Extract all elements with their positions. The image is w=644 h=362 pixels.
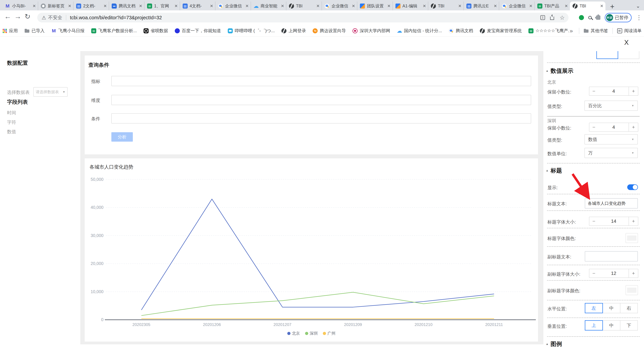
reload-button[interactable]: ↻ [22,12,32,21]
browser-menu-icon[interactable]: ⋮ [636,14,642,21]
minus-button[interactable]: − [589,269,599,278]
new-tab-button[interactable]: + [610,2,614,11]
bookmarks-overflow-icon[interactable]: » [570,27,573,34]
tab-0[interactable]: M小马BI-✕ [2,1,38,10]
condition-input[interactable] [111,113,531,123]
tab-close-icon[interactable]: ✕ [174,4,178,8]
v-position-top[interactable]: 上 [585,320,603,331]
tab-9[interactable]: 企业微信✕ [322,1,357,10]
bookmark-item-10[interactable]: ☁国内短信 - 统计分... [397,28,442,34]
minus-button[interactable]: − [589,87,599,96]
security-label[interactable]: 不安全 [48,14,62,21]
tab-6[interactable]: 企业微信✕ [215,1,251,10]
other-bookmarks-button[interactable]: 其他书签 [584,28,608,34]
tab-close-icon[interactable]: ✕ [210,4,213,8]
title-text-input[interactable]: 各城市人口变化趋势 [585,198,638,209]
back-button[interactable]: ← [3,12,13,20]
tab-close-icon[interactable]: ✕ [494,4,497,8]
tab-close-icon[interactable]: ✕ [32,4,36,8]
address-bar[interactable]: ⚠ 不安全 tcbi.woa.com/bi/editor?id=73&proje… [37,13,568,22]
close-editor-button[interactable]: X [624,39,629,46]
profile-chip[interactable]: 树豪 已暂停 [605,13,632,22]
tab-14[interactable]: 企业微信✕ [499,1,534,10]
tab-4[interactable]: 1、官网✕ [144,1,180,10]
bookmark-item-12[interactable]: 麦宝商家管理系统 [480,28,522,34]
tab-5[interactable]: 4文档-✕ [180,1,215,10]
tab-7[interactable]: ☁商业智能✕ [251,1,286,10]
metric-input[interactable] [111,76,531,86]
tab-close-icon[interactable]: ✕ [316,4,320,8]
evernote-extension-icon[interactable] [579,15,584,20]
reading-list-button[interactable]: 阅读清单 [617,28,642,34]
tab-close-icon[interactable]: ✕ [422,4,426,8]
tab-2[interactable]: 2文档-✕ [73,1,109,10]
tab-close-icon[interactable]: ✕ [458,4,462,8]
v-position-middle[interactable]: 中 [602,320,620,331]
tab-close-icon[interactable]: ✕ [529,4,532,8]
stepper-value[interactable]: 4 [598,87,629,96]
clipped-option-selected[interactable] [596,51,618,59]
value-type-select-beijing[interactable]: 百分比 ▼ [584,100,638,111]
tab-3[interactable]: 腾讯文档✕ [109,1,144,10]
bookmark-item-13[interactable]: ☆☆☆☆☆飞鹰产... [528,28,570,34]
show-title-toggle[interactable] [627,184,638,190]
subtitle-text-input[interactable] [585,251,638,261]
title-color-swatch[interactable] [626,233,638,243]
translate-icon[interactable]: 文 [540,15,545,20]
legend-item-北京[interactable]: 北京 [287,331,300,336]
h-position-left[interactable]: 左 [585,303,603,313]
tab-16[interactable]: TBI✕ [570,1,606,10]
tab-close-icon[interactable]: ✕ [139,4,142,8]
tab-15[interactable]: TBI产品✕ [534,1,570,10]
tab-close-icon[interactable]: ✕ [564,4,568,8]
tab-11[interactable]: A1-编辑✕ [392,1,428,10]
tab-close-icon[interactable]: ✕ [352,4,355,8]
unit-select[interactable]: 万 ▼ [584,148,638,158]
stepper-value[interactable]: 14 [598,217,629,226]
field-item-number[interactable]: 数值 [7,129,16,135]
legend-item-广州[interactable]: 广州 [323,331,336,336]
tab-close-icon[interactable]: ✕ [387,4,390,8]
tab-10[interactable]: 团队设置✕ [357,1,392,10]
bookmark-item-9[interactable]: 深圳大学内部网 [352,28,390,34]
tab-8[interactable]: TBI✕ [286,1,322,10]
plus-button[interactable]: + [628,269,638,278]
tab-13[interactable]: 腾讯云E✕ [464,1,499,10]
bookmark-item-6[interactable]: 哔哩哔哩 (゜-゜)つ... [228,28,275,34]
bookmark-item-3[interactable]: 飞鹰客户数据分析... [91,28,137,34]
subtitle-color-swatch[interactable] [626,285,638,295]
tab-12[interactable]: TBI✕ [428,1,464,10]
bookmark-item-5[interactable]: 百度一下，你就知道 [175,28,221,34]
v-position-bottom[interactable]: 下 [620,320,638,331]
stepper-value[interactable]: 4 [598,123,629,132]
title-section-header[interactable]: ▲ 标题 [546,167,562,174]
bookmark-item-0[interactable]: 应用 [2,28,18,34]
value-type-select-shenzhen[interactable]: 数值 ▼ [584,134,638,144]
analyze-button[interactable]: 分析 [111,132,133,142]
h-position-right[interactable]: 右 [620,303,638,313]
tab-close-icon[interactable]: ✕ [281,4,284,8]
search-extension-icon[interactable] [588,16,592,19]
field-item-time[interactable]: 时间 [7,110,16,116]
share-icon[interactable] [550,16,554,20]
plus-button[interactable]: + [628,217,638,226]
table-select-dropdown[interactable]: 请选择数据表 ▼ [33,87,68,97]
legend-item-深圳[interactable]: 深圳 [305,331,318,336]
minus-button[interactable]: − [589,123,599,132]
bookmark-item-8[interactable]: Te腾达设置向导 [312,28,346,34]
clipped-option[interactable] [618,51,639,59]
plus-button[interactable]: + [628,87,638,96]
h-position-center[interactable]: 中 [602,303,620,313]
url-text[interactable]: tcbi.woa.com/bi/editor?id=73&projectId=3… [70,15,535,20]
stepper-value[interactable]: 12 [598,269,629,278]
bookmark-item-1[interactable]: 已导入 [24,28,44,34]
bookmark-item-2[interactable]: M飞鹰小马日报 [51,28,84,34]
tab-close-icon[interactable]: ✕ [600,4,604,8]
tab-close-icon[interactable]: ✕ [68,4,71,8]
tab-close-icon[interactable]: ✕ [104,4,107,8]
bookmark-item-4[interactable]: 省呗数据 [144,28,168,34]
extensions-puzzle-icon[interactable] [596,15,600,20]
tab-search-button[interactable]: ⌄ [636,3,640,9]
tab-close-icon[interactable]: ✕ [245,4,249,8]
bookmark-star-icon[interactable]: ☆ [559,14,565,21]
